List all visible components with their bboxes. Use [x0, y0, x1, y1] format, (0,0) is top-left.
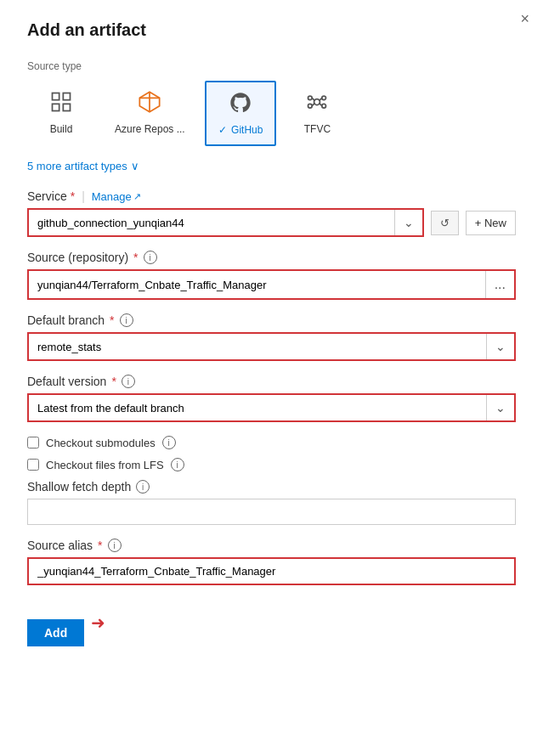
svg-rect-0	[53, 93, 59, 100]
service-dropdown-arrow[interactable]: ⌄	[394, 210, 422, 235]
checkout-lfs-row: Checkout files from LFS i	[27, 458, 516, 471]
default-version-info-icon[interactable]: i	[122, 375, 135, 388]
svg-line-10	[313, 98, 316, 101]
default-branch-dropdown[interactable]: ⌄	[27, 332, 516, 361]
svg-line-11	[320, 98, 323, 101]
source-alias-input-container	[27, 557, 516, 585]
add-artifact-dialog: × Add an artifact Source type Build	[0, 0, 543, 756]
source-repo-ellipsis-button[interactable]: ...	[485, 271, 514, 298]
service-input-row: ⌄ ↺ + New	[27, 208, 516, 237]
default-branch-info-icon[interactable]: i	[120, 313, 133, 327]
default-version-label-row: Default version * i	[27, 375, 516, 388]
new-service-button[interactable]: + New	[466, 211, 516, 235]
service-input[interactable]	[29, 210, 394, 235]
add-button-row: Add ➜	[27, 599, 516, 646]
manage-link[interactable]: Manage ↗	[92, 190, 141, 203]
svg-line-12	[313, 103, 316, 106]
dialog-title: Add an artifact	[27, 20, 516, 40]
default-branch-label-row: Default branch * i	[27, 313, 516, 327]
source-alias-label-row: Source alias * i	[27, 539, 516, 552]
service-required: *	[71, 189, 75, 203]
shallow-fetch-info-icon[interactable]: i	[136, 480, 150, 494]
shallow-fetch-label: Shallow fetch depth	[27, 480, 131, 494]
source-repo-label-row: Source (repository) * i	[27, 251, 516, 264]
source-repo-input-container: ...	[27, 269, 516, 300]
default-version-input[interactable]	[29, 395, 486, 420]
default-branch-required: *	[110, 313, 114, 327]
close-button[interactable]: ×	[520, 10, 529, 28]
build-icon	[49, 90, 73, 120]
azure-repos-icon	[138, 90, 161, 120]
checkout-lfs-label: Checkout files from LFS	[46, 459, 164, 471]
source-repo-field: Source (repository) * i ...	[27, 251, 516, 300]
source-repo-input[interactable]	[29, 271, 485, 298]
github-icon	[229, 91, 252, 121]
default-version-label: Default version	[27, 375, 106, 388]
shallow-fetch-input[interactable]	[27, 499, 516, 525]
svg-rect-1	[63, 93, 70, 100]
source-repo-info-icon[interactable]: i	[144, 251, 157, 264]
svg-point-7	[322, 96, 326, 100]
source-type-build[interactable]: Build	[27, 81, 95, 146]
refresh-button[interactable]: ↺	[431, 211, 459, 235]
default-branch-arrow[interactable]: ⌄	[486, 334, 514, 359]
service-field: Service * | Manage ↗ ⌄ ↺ + New	[27, 189, 516, 237]
source-type-tfvc[interactable]: TFVC	[283, 81, 351, 146]
source-type-label: Source type	[27, 60, 516, 72]
default-branch-input[interactable]	[29, 334, 486, 359]
default-version-required: *	[111, 375, 116, 388]
source-type-options: Build Azure Repos ... ✓ GitHub	[27, 81, 516, 146]
arrow-indicator-icon: ➜	[91, 612, 105, 633]
source-type-github[interactable]: ✓ GitHub	[205, 81, 277, 146]
source-alias-required: *	[98, 539, 102, 552]
checkout-submodules-checkbox[interactable]	[27, 437, 39, 449]
source-alias-info-icon[interactable]: i	[108, 539, 122, 552]
add-button[interactable]: Add	[27, 619, 84, 646]
svg-rect-3	[63, 104, 70, 110]
shallow-fetch-field: Shallow fetch depth i	[27, 480, 516, 525]
source-type-azure-repos[interactable]: Azure Repos ...	[102, 81, 198, 146]
default-version-dropdown[interactable]: ⌄	[27, 393, 516, 422]
service-dropdown[interactable]: ⌄	[27, 208, 424, 237]
source-repo-required: *	[133, 251, 138, 264]
source-alias-input[interactable]	[29, 559, 514, 584]
checkout-submodules-info-icon[interactable]: i	[162, 436, 176, 449]
tfvc-icon	[305, 90, 329, 120]
svg-point-9	[322, 104, 326, 108]
svg-point-8	[308, 104, 313, 108]
tfvc-label: TFVC	[304, 123, 331, 135]
more-artifact-types[interactable]: 5 more artifact types ∨	[27, 160, 516, 172]
shallow-fetch-label-row: Shallow fetch depth i	[27, 480, 516, 494]
checkout-lfs-info-icon[interactable]: i	[171, 458, 184, 471]
default-version-arrow[interactable]: ⌄	[486, 395, 514, 420]
svg-point-6	[308, 96, 313, 100]
service-label-row: Service * | Manage ↗	[27, 189, 516, 203]
checkout-submodules-label: Checkout submodules	[46, 437, 156, 449]
default-branch-field: Default branch * i ⌄	[27, 313, 516, 361]
source-alias-label: Source alias	[27, 539, 93, 552]
source-repo-label: Source (repository)	[27, 251, 128, 264]
source-alias-field: Source alias * i	[27, 539, 516, 585]
github-check-icon: ✓	[218, 124, 227, 136]
svg-rect-2	[53, 104, 59, 110]
azure-repos-label: Azure Repos ...	[115, 123, 185, 135]
service-label: Service	[27, 189, 67, 203]
svg-line-13	[320, 103, 323, 106]
checkout-lfs-checkbox[interactable]	[27, 459, 39, 471]
default-branch-label: Default branch	[27, 313, 105, 327]
checkout-submodules-row: Checkout submodules i	[27, 436, 516, 449]
chevron-down-icon: ∨	[131, 160, 139, 172]
build-label: Build	[50, 123, 73, 135]
default-version-field: Default version * i ⌄	[27, 375, 516, 422]
github-label: ✓ GitHub	[218, 124, 263, 136]
external-link-icon: ↗	[133, 191, 141, 202]
